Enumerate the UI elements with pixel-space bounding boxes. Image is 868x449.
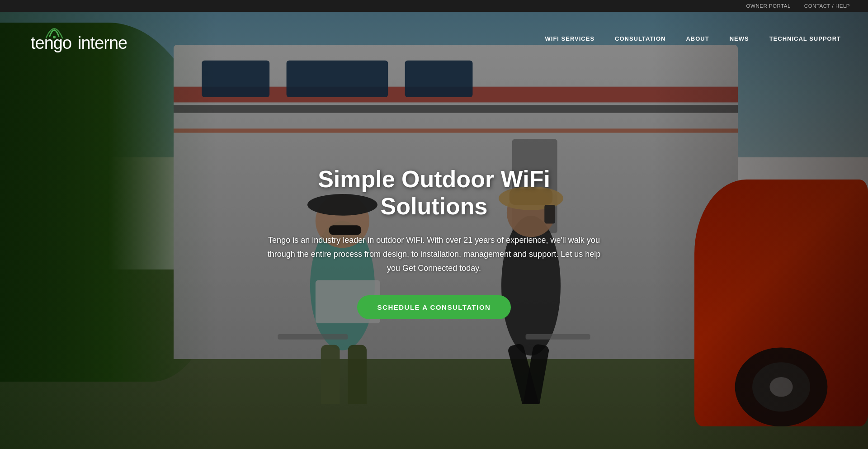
nav-link-news[interactable]: NEWS	[730, 35, 749, 42]
hero-content: Simple Outdoor WiFi Solutions Tengo is a…	[253, 157, 615, 328]
nav-link-wifi-services[interactable]: WIFI SERVICES	[545, 35, 595, 42]
owner-portal-link[interactable]: OWNER PORTAL	[746, 3, 791, 9]
main-nav: WIFI SERVICES CONSULTATION ABOUT NEWS TE…	[545, 34, 841, 43]
hero-title: Simple Outdoor WiFi Solutions	[262, 166, 606, 220]
hero-section: Simple Outdoor WiFi Solutions Tengo is a…	[0, 0, 868, 449]
nav-link-about[interactable]: ABOUT	[686, 35, 709, 42]
nav-item-wifi-services[interactable]: WIFI SERVICES	[545, 34, 595, 43]
logo[interactable]: tengo internet	[27, 20, 127, 57]
schedule-consultation-button[interactable]: SCHEDULE A CONSULTATION	[357, 295, 511, 319]
top-bar: OWNER PORTAL CONTACT / HELP	[0, 0, 868, 12]
svg-text:tengo: tengo	[31, 33, 71, 52]
nav-item-consultation[interactable]: CONSULTATION	[615, 34, 665, 43]
contact-help-link[interactable]: CONTACT / HELP	[804, 3, 850, 9]
nav-item-about[interactable]: ABOUT	[686, 34, 709, 43]
nav-menu: WIFI SERVICES CONSULTATION ABOUT NEWS TE…	[545, 34, 841, 43]
nav-link-technical-support[interactable]: TECHNICAL SUPPORT	[769, 35, 841, 42]
svg-text:internet: internet	[78, 33, 127, 52]
nav-link-consultation[interactable]: CONSULTATION	[615, 35, 665, 42]
logo-svg: tengo internet	[27, 20, 127, 57]
nav-item-news[interactable]: NEWS	[730, 34, 749, 43]
main-header: tengo internet WIFI SERVICES CONSULTATIO…	[0, 14, 868, 63]
nav-item-technical-support[interactable]: TECHNICAL SUPPORT	[769, 34, 841, 43]
hero-subtitle: Tengo is an industry leader in outdoor W…	[262, 233, 606, 275]
